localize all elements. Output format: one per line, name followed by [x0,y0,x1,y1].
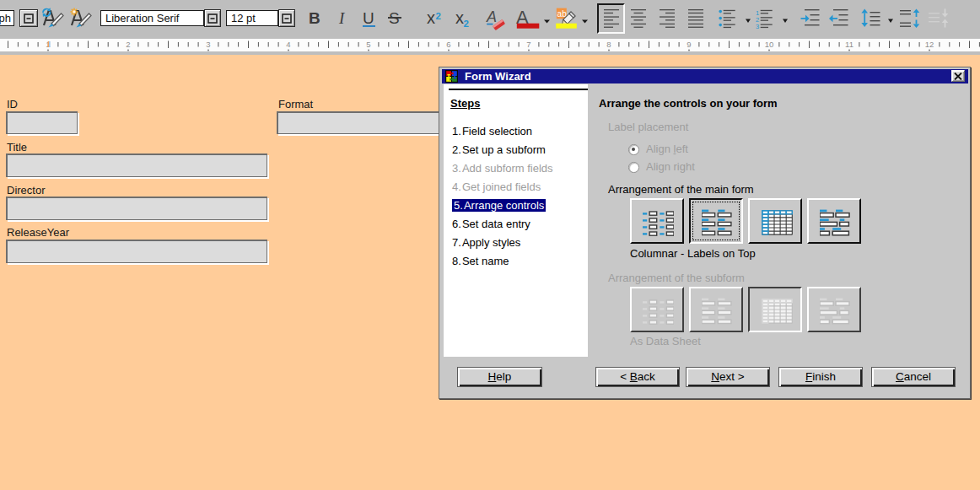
svg-text:2: 2 [126,40,130,49]
svg-text:5: 5 [366,40,370,49]
svg-text:6: 6 [446,40,450,49]
svg-text:10: 10 [765,40,774,49]
svg-text:11: 11 [845,40,853,49]
svg-text:3: 3 [206,40,210,49]
svg-text:12: 12 [925,40,934,49]
svg-text:8: 8 [606,40,611,49]
svg-text:7: 7 [526,40,530,49]
svg-text:4: 4 [286,40,290,49]
svg-text:9: 9 [687,40,691,49]
